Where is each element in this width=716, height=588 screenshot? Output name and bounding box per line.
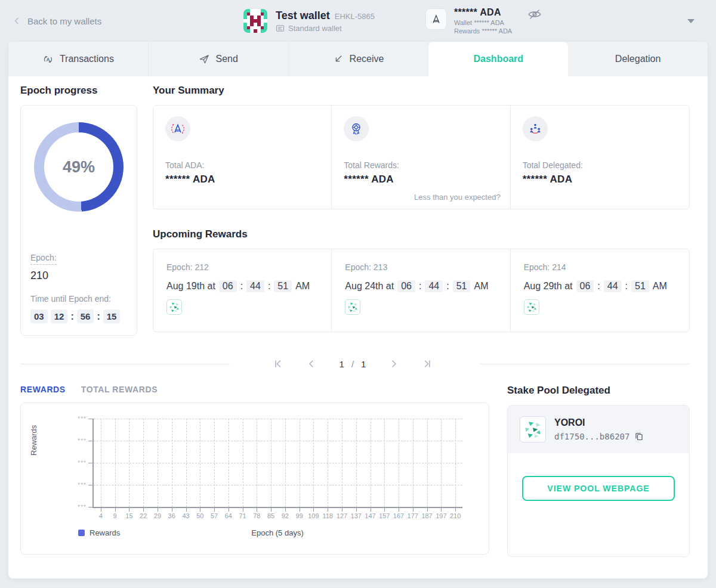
reward-epoch-label: Epoch: 214 xyxy=(524,262,676,272)
total-ada-value: ****** ADA xyxy=(165,174,319,185)
upcoming-reward-card: Epoch: 214 Aug 29th at 06: 44: 51 AM xyxy=(511,249,689,332)
stake-pool-section: Stake Pool Delegated YOROI df1750...b862… xyxy=(507,385,690,557)
tab-transactions[interactable]: A Transactions xyxy=(8,42,149,76)
svg-text:A: A xyxy=(46,56,50,62)
tab-label: Send xyxy=(216,54,238,64)
stake-pool-card: YOROI df1750...b86207 VIEW POOL WEBPAGE xyxy=(507,405,690,557)
x-tick-label: 109 xyxy=(308,512,319,519)
back-label: Back to my wallets xyxy=(27,16,101,26)
x-tick-label: 85 xyxy=(267,512,274,519)
tab-label: Dashboard xyxy=(474,54,524,64)
your-summary-title: Your Summary xyxy=(153,85,690,97)
wallet-summary-block: Test wallet EHKL-5865 Standard wallet xyxy=(243,9,375,33)
pool-hash: df1750...b86207 xyxy=(554,432,629,441)
receive-icon xyxy=(333,54,344,64)
y-tick-label: *** xyxy=(78,482,87,488)
x-tick-label: 78 xyxy=(253,512,260,519)
y-tick-label: *** xyxy=(78,416,87,422)
hide-balance-eye-icon[interactable] xyxy=(527,8,542,23)
legend-rewards-swatch xyxy=(78,530,85,536)
x-tick-label: 157 xyxy=(379,512,390,519)
tab-delegation[interactable]: Delegation xyxy=(568,42,708,76)
upcoming-rewards-cards: Epoch: 212 Aug 19th at 06: 44: 51 AM xyxy=(153,249,690,332)
last-page-button[interactable] xyxy=(422,358,433,369)
pool-name: YOROI xyxy=(554,417,644,428)
chart-y-axis-title: Rewards xyxy=(29,425,38,456)
x-tick-label: 64 xyxy=(225,512,232,519)
transactions-icon: A xyxy=(42,54,54,65)
chart-plot-area: 4915222936435057647178859299109118127137… xyxy=(92,419,462,508)
copy-pool-hash-icon[interactable] xyxy=(634,432,644,441)
x-tick-label: 187 xyxy=(421,512,432,519)
countdown-days: 03 xyxy=(30,310,48,323)
reward-epoch-label: Epoch: 213 xyxy=(345,262,496,272)
tab-label: Receive xyxy=(350,54,384,64)
wallet-type-label: Standard wallet xyxy=(288,24,342,33)
reward-epoch-label: Epoch: 212 xyxy=(166,262,318,272)
upcoming-reward-card: Epoch: 212 Aug 19th at 06: 44: 51 AM xyxy=(153,249,332,332)
x-tick-label: 29 xyxy=(154,512,161,519)
x-tick-label: 36 xyxy=(168,512,175,519)
wallet-top-bar: Back to my wallets xyxy=(0,0,716,42)
x-tick-label: 22 xyxy=(140,512,147,519)
x-tick-label: 197 xyxy=(436,512,446,519)
next-page-button[interactable] xyxy=(388,358,399,369)
wallet-tabs: A Transactions Send Receive Dashboard De… xyxy=(8,42,708,76)
x-tick-label: 15 xyxy=(125,512,132,519)
total-ada-card: Total ADA: ****** ADA xyxy=(153,106,332,209)
total-balance: ****** ADA xyxy=(454,7,512,18)
summary-cards: Total ADA: ****** ADA Total Re xyxy=(153,105,690,209)
reward-date: Aug 29th at 06: 44: 51 AM xyxy=(524,280,676,292)
reward-date: Aug 24th at 06: 44: 51 AM xyxy=(345,280,496,292)
less-than-expected-link[interactable]: Less than you expected? xyxy=(414,193,501,202)
wallet-avatar xyxy=(243,9,267,33)
divider-line xyxy=(480,364,690,364)
tab-label: Transactions xyxy=(60,54,114,64)
balance-block: ****** ADA Wallet ****** ADA Rewards ***… xyxy=(425,7,542,35)
x-tick-label: 92 xyxy=(282,512,289,519)
back-to-wallets-button[interactable]: Back to my wallets xyxy=(12,16,101,26)
y-tick-label: *** xyxy=(78,438,87,444)
total-rewards-card: Total Rewards: ****** ADA Less than you … xyxy=(332,106,510,209)
epoch-countdown: 03 12 : 56 : 15 xyxy=(30,310,127,323)
x-tick-label: 210 xyxy=(450,512,461,519)
epoch-percent: 49% xyxy=(34,122,124,212)
wallet-dropdown-caret[interactable] xyxy=(684,16,698,27)
page-indicator: 1 / 1 xyxy=(340,359,366,369)
y-tick-label: *** xyxy=(78,460,87,466)
rewards-balance-row: Rewards ****** ADA xyxy=(454,27,512,35)
total-delegated-icon xyxy=(523,116,548,141)
total-rewards-value: ****** ADA xyxy=(344,174,498,185)
epoch-number: 210 xyxy=(30,270,127,282)
x-tick-label: 9 xyxy=(113,512,117,519)
prev-page-button[interactable] xyxy=(306,358,317,369)
wallet-type-icon xyxy=(276,24,285,32)
rewards-chart-section: REWARDS TOTAL REWARDS Rewards 4915222936… xyxy=(20,385,489,557)
total-delegated-label: Total Delegated: xyxy=(523,160,677,170)
tab-label: Delegation xyxy=(615,54,661,64)
view-pool-webpage-button[interactable]: VIEW POOL WEBPAGE xyxy=(522,476,675,501)
send-icon xyxy=(199,54,210,65)
rewards-pagination: 1 / 1 xyxy=(20,358,690,369)
tab-send[interactable]: Send xyxy=(149,42,289,76)
x-tick-label: 4 xyxy=(99,512,103,519)
chart-x-axis-title: Epoch (5 days) xyxy=(92,528,462,537)
tab-total-rewards-graph[interactable]: TOTAL REWARDS xyxy=(81,385,158,394)
countdown-label: Time until Epoch end: xyxy=(30,294,127,304)
countdown-seconds: 15 xyxy=(103,310,121,323)
total-rewards-icon xyxy=(344,116,369,141)
main-panel: A Transactions Send Receive Dashboard De… xyxy=(8,42,708,578)
tab-dashboard[interactable]: Dashboard xyxy=(428,42,568,76)
x-tick-label: 50 xyxy=(196,512,203,519)
tab-rewards-graph[interactable]: REWARDS xyxy=(20,385,66,394)
tab-receive[interactable]: Receive xyxy=(289,42,429,76)
epoch-label: Epoch: xyxy=(30,253,57,265)
pool-mini-icon xyxy=(524,299,539,315)
x-tick-label: 57 xyxy=(211,512,218,519)
epoch-progress-title: Epoch progress xyxy=(20,85,137,97)
countdown-minutes: 56 xyxy=(77,310,94,323)
wallet-name: Test wallet xyxy=(276,10,330,22)
total-delegated-card: Total Delegated: ****** ADA xyxy=(511,106,689,209)
pool-avatar xyxy=(520,416,546,442)
first-page-button[interactable] xyxy=(273,358,283,369)
